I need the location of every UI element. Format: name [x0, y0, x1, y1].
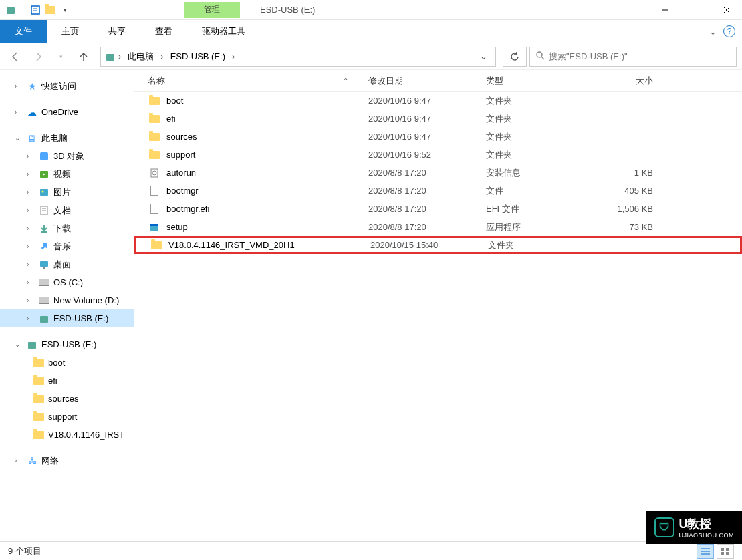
- svg-rect-33: [721, 552, 724, 555]
- minimize-button[interactable]: [650, 0, 681, 20]
- address-bar[interactable]: › 此电脑 › ESD-USB (E:) › ⌄: [100, 47, 496, 67]
- tree-label: ESD-USB (E:): [41, 339, 96, 349]
- file-type: 文件夹: [488, 239, 588, 251]
- file-type: 文件夹: [486, 131, 586, 143]
- tree-onedrive[interactable]: › ☁ OneDrive: [0, 103, 134, 121]
- icons-view-button[interactable]: [717, 544, 734, 559]
- close-button[interactable]: [711, 0, 742, 20]
- tree-item-folder[interactable]: support: [0, 408, 134, 426]
- ribbon-tab-home[interactable]: 主页: [47, 20, 94, 43]
- tree-network[interactable]: › 🖧 网络: [0, 452, 134, 470]
- tree-item-folder[interactable]: sources: [0, 390, 134, 408]
- up-button[interactable]: [74, 47, 94, 67]
- expand-icon[interactable]: ›: [27, 279, 35, 286]
- expand-icon[interactable]: ›: [27, 206, 35, 214]
- status-bar: 9 个项目: [0, 541, 742, 560]
- refresh-button[interactable]: [503, 47, 527, 67]
- expand-icon[interactable]: ›: [27, 315, 35, 322]
- expand-icon[interactable]: ›: [15, 82, 23, 90]
- tree-this-pc[interactable]: ⌄ 🖥 此电脑: [0, 129, 134, 147]
- expand-icon[interactable]: ›: [27, 170, 35, 178]
- tree-esd-usb[interactable]: ⌄ ESD-USB (E:): [0, 335, 134, 354]
- file-row[interactable]: V18.0.4.1146_IRST_VMD_20H1 2020/10/15 15…: [134, 236, 742, 254]
- breadcrumb-chevron-icon[interactable]: ›: [231, 51, 236, 61]
- tree-item-3d-[interactable]: ›3D 对象: [0, 147, 134, 165]
- location-icon: [105, 51, 116, 62]
- address-dropdown-icon[interactable]: ⌄: [476, 51, 491, 61]
- folder-icon[interactable]: [45, 5, 55, 15]
- file-row[interactable]: efi 2020/10/16 9:47 文件夹: [134, 110, 742, 128]
- recent-dropdown-icon[interactable]: ▾: [51, 47, 71, 67]
- collapse-icon[interactable]: ⌄: [15, 341, 23, 348]
- file-row[interactable]: support 2020/10/16 9:52 文件夹: [134, 146, 742, 164]
- qat-dropdown-icon[interactable]: ▾: [59, 5, 70, 15]
- expand-icon[interactable]: ›: [15, 108, 23, 116]
- tree-label: boot: [48, 358, 65, 368]
- navigation-tree[interactable]: › ★ 快速访问 › ☁ OneDrive ⌄ 🖥 此电脑 ›3D 对象›视频›…: [0, 70, 134, 541]
- maximize-button[interactable]: [681, 0, 711, 20]
- file-row[interactable]: autorun 2020/8/8 17:20 安装信息 1 KB: [134, 164, 742, 182]
- tree-item-os-c-[interactable]: ›OS (C:): [0, 273, 134, 291]
- expand-icon[interactable]: ›: [27, 261, 35, 268]
- tree-item--[interactable]: ›视频: [0, 165, 134, 183]
- tree-item--[interactable]: ›下载: [0, 219, 134, 237]
- tree-item-folder[interactable]: boot: [0, 354, 134, 372]
- ribbon-tab-share[interactable]: 共享: [94, 20, 140, 43]
- inf-icon: [148, 168, 161, 178]
- tree-label: 图片: [53, 186, 71, 198]
- expand-icon[interactable]: ›: [27, 225, 35, 232]
- search-box[interactable]: [529, 47, 737, 67]
- file-date: 2020/10/16 9:47: [368, 132, 486, 142]
- column-type[interactable]: 类型: [486, 75, 586, 87]
- tree-label: 文档: [53, 204, 71, 217]
- breadcrumb-chevron-icon[interactable]: ›: [159, 51, 164, 61]
- file-row[interactable]: bootmgr 2020/8/8 17:20 文件 405 KB: [134, 182, 742, 200]
- file-row[interactable]: sources 2020/10/16 9:47 文件夹: [134, 128, 742, 146]
- ribbon-tab-file[interactable]: 文件: [0, 20, 47, 43]
- column-name[interactable]: 名称 ⌃: [148, 75, 368, 87]
- column-date[interactable]: 修改日期: [368, 75, 486, 87]
- tree-item--[interactable]: ›音乐: [0, 237, 134, 255]
- column-size[interactable]: 大小: [586, 75, 653, 87]
- file-row[interactable]: setup 2020/8/8 17:20 应用程序 73 KB: [134, 218, 742, 236]
- tree-quick-access[interactable]: › ★ 快速访问: [0, 77, 134, 95]
- file-row[interactable]: bootmgr.efi 2020/8/8 17:20 EFI 文件 1,506 …: [134, 200, 742, 218]
- tree-item-new-volume-d-[interactable]: ›New Volume (D:): [0, 291, 134, 309]
- ribbon-tab-drive-tools[interactable]: 驱动器工具: [187, 20, 260, 43]
- ribbon-tab-view[interactable]: 查看: [140, 20, 187, 43]
- svg-rect-32: [726, 548, 729, 551]
- ribbon-expand-icon[interactable]: ⌄: [709, 27, 717, 37]
- search-input[interactable]: [549, 51, 731, 61]
- file-name: efi: [166, 114, 368, 124]
- properties-icon[interactable]: [30, 5, 41, 15]
- breadcrumb-chevron-icon[interactable]: ›: [117, 51, 122, 61]
- folder-icon: [39, 205, 49, 216]
- forward-button[interactable]: [28, 47, 48, 67]
- tree-item--[interactable]: ›文档: [0, 201, 134, 219]
- svg-rect-5: [693, 7, 699, 13]
- expand-icon[interactable]: ›: [27, 188, 35, 196]
- help-icon[interactable]: ?: [723, 25, 735, 37]
- svg-rect-0: [7, 7, 15, 14]
- file-row[interactable]: boot 2020/10/16 9:47 文件夹: [134, 92, 742, 110]
- file-date: 2020/8/8 17:20: [368, 204, 486, 214]
- tree-item-folder[interactable]: efi: [0, 372, 134, 390]
- file-size: 73 KB: [586, 222, 653, 232]
- quick-access-toolbar: ▾: [0, 5, 70, 15]
- breadcrumb-drive[interactable]: ESD-USB (E:): [166, 47, 229, 66]
- tree-item-esd-usb-e-[interactable]: ›ESD-USB (E:): [0, 309, 134, 327]
- collapse-icon[interactable]: ⌄: [15, 134, 23, 142]
- expand-icon[interactable]: ›: [27, 243, 35, 250]
- back-button[interactable]: [5, 47, 25, 67]
- tree-item--[interactable]: ›图片: [0, 183, 134, 201]
- expand-icon[interactable]: ›: [27, 297, 35, 304]
- expand-icon[interactable]: ›: [27, 152, 35, 160]
- tree-item--[interactable]: ›桌面: [0, 255, 134, 273]
- item-count: 9 个项目: [8, 545, 41, 557]
- expand-icon[interactable]: ›: [15, 457, 23, 464]
- details-view-button[interactable]: [697, 544, 714, 559]
- pc-icon: 🖥: [27, 133, 37, 144]
- context-tab-manage[interactable]: 管理: [184, 2, 240, 18]
- tree-item-folder[interactable]: V18.0.4.1146_IRST: [0, 426, 134, 444]
- breadcrumb-this-pc[interactable]: 此电脑: [124, 47, 158, 66]
